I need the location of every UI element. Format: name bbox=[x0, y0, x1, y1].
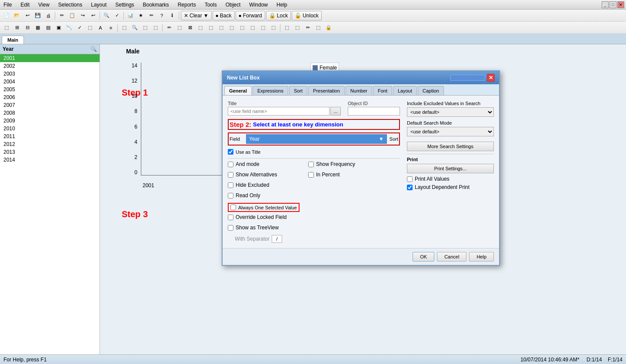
redo2-button[interactable]: ↩ bbox=[88, 11, 98, 20]
menu-help[interactable]: Help bbox=[275, 1, 289, 9]
bookmark2-button[interactable]: ✏ bbox=[147, 11, 156, 20]
menu-tools[interactable]: Tools bbox=[203, 1, 219, 9]
title-browse-button[interactable]: ... bbox=[330, 107, 341, 116]
with-separator-input[interactable] bbox=[272, 235, 282, 243]
tb2-4[interactable]: ▦ bbox=[33, 23, 43, 33]
sidebar-item-2014[interactable]: 2014 bbox=[0, 156, 100, 164]
clear-button[interactable]: ✕ Clear ▼ bbox=[181, 11, 212, 20]
tb2-5[interactable]: ▤ bbox=[43, 23, 53, 33]
dialog-tab-expressions[interactable]: Expressions bbox=[253, 86, 288, 95]
tb2-24[interactable]: ⬚ bbox=[248, 23, 257, 33]
sidebar-item-2004[interactable]: 2004 bbox=[0, 78, 100, 86]
tb2-28[interactable]: ⬚ bbox=[293, 23, 302, 33]
print-settings-button[interactable]: Print Settings... bbox=[407, 164, 494, 173]
show-alternatives-checkbox[interactable] bbox=[228, 172, 233, 178]
print-all-values-checkbox[interactable] bbox=[407, 176, 413, 182]
show-treeview-checkbox[interactable] bbox=[228, 225, 233, 231]
tb2-30[interactable]: ⬚ bbox=[313, 23, 323, 33]
lock-button[interactable]: 🔒 Lock bbox=[266, 11, 291, 20]
sidebar-item-2011[interactable]: 2011 bbox=[0, 132, 100, 140]
dialog-tab-presentation[interactable]: Presentation bbox=[308, 86, 345, 95]
in-percent-checkbox[interactable] bbox=[308, 172, 314, 178]
title-input[interactable] bbox=[228, 107, 330, 116]
tb2-12[interactable]: ⬚ bbox=[120, 23, 129, 33]
edit2-button[interactable]: 📋 bbox=[67, 11, 77, 20]
menu-window[interactable]: Window bbox=[247, 1, 270, 9]
menu-object[interactable]: Object bbox=[224, 1, 243, 9]
dialog-close-button[interactable]: ✕ bbox=[487, 74, 495, 82]
sidebar-item-2008[interactable]: 2008 bbox=[0, 109, 100, 117]
dialog-tab-font[interactable]: Font bbox=[373, 86, 392, 95]
ok-button[interactable]: OK bbox=[413, 252, 434, 261]
menu-view[interactable]: View bbox=[37, 1, 51, 9]
tb2-31[interactable]: 🔒 bbox=[324, 23, 333, 33]
sidebar-item-2013[interactable]: 2013 bbox=[0, 148, 100, 156]
sidebar-item-2012[interactable]: 2012 bbox=[0, 140, 100, 148]
sidebar-item-2003[interactable]: 2003 bbox=[0, 70, 100, 78]
sidebar-item-2010[interactable]: 2010 bbox=[0, 125, 100, 132]
and-mode-checkbox[interactable] bbox=[228, 162, 233, 167]
dialog-tab-sort[interactable]: Sort bbox=[289, 86, 307, 95]
use-as-title-checkbox[interactable] bbox=[228, 149, 233, 155]
bookmark-button[interactable]: ★ bbox=[136, 11, 146, 20]
sidebar-item-2005[interactable]: 2005 bbox=[0, 86, 100, 93]
tb2-18[interactable]: ⊠ bbox=[185, 23, 195, 33]
sidebar-item-2002[interactable]: 2002 bbox=[0, 62, 100, 70]
more-search-settings-button[interactable]: More Search Settings bbox=[407, 142, 494, 151]
tb2-20[interactable]: ⬚ bbox=[206, 23, 216, 33]
tb2-14[interactable]: ⬚ bbox=[140, 23, 150, 33]
forward-button[interactable]: ● Forward bbox=[236, 11, 265, 20]
back-button[interactable]: ● Back bbox=[213, 11, 235, 20]
read-only-checkbox[interactable] bbox=[228, 193, 233, 199]
include-excluded-select[interactable]: <use default> bbox=[407, 107, 494, 117]
tb2-23[interactable]: ⬚ bbox=[237, 23, 247, 33]
sidebar-item-2009[interactable]: 2009 bbox=[0, 117, 100, 125]
window-controls[interactable]: _ □ ✕ bbox=[602, 1, 624, 8]
minimize-button[interactable]: _ bbox=[602, 1, 609, 8]
dialog-tab-caption[interactable]: Caption bbox=[418, 86, 444, 95]
save-button[interactable]: 💾 bbox=[33, 11, 43, 20]
always-one-selected-checkbox[interactable] bbox=[230, 205, 236, 210]
new-button[interactable]: 📄 bbox=[2, 11, 11, 20]
maximize-button[interactable]: □ bbox=[609, 1, 616, 8]
tb2-6[interactable]: ▣ bbox=[54, 23, 63, 33]
close-button[interactable]: ✕ bbox=[617, 1, 624, 8]
tb2-27[interactable]: ⬚ bbox=[282, 23, 292, 33]
check-button[interactable]: ✓ bbox=[112, 11, 122, 20]
tb2-19[interactable]: ⬚ bbox=[196, 23, 205, 33]
tb2-21[interactable]: ⬚ bbox=[216, 23, 226, 33]
hide-excluded-checkbox[interactable] bbox=[228, 182, 233, 188]
menu-file[interactable]: File bbox=[2, 1, 13, 9]
sidebar-item-2006[interactable]: 2006 bbox=[0, 93, 100, 101]
tb2-10[interactable]: A bbox=[96, 23, 105, 33]
tb2-3[interactable]: ⊟ bbox=[23, 23, 32, 33]
dialog-tab-general[interactable]: General bbox=[224, 86, 252, 95]
tb2-13[interactable]: 🔍 bbox=[130, 23, 140, 33]
edit-button[interactable]: ✏ bbox=[57, 11, 67, 20]
tb2-16[interactable]: ✏ bbox=[164, 23, 174, 33]
dialog-tab-number[interactable]: Number bbox=[346, 86, 372, 95]
override-locked-checkbox[interactable] bbox=[228, 215, 233, 220]
menu-selections[interactable]: Selections bbox=[57, 1, 84, 9]
dialog-tab-layout[interactable]: Layout bbox=[393, 86, 417, 95]
tb2-25[interactable]: ⬚ bbox=[258, 23, 268, 33]
tb2-11[interactable]: ≡ bbox=[106, 23, 116, 33]
tb2-15[interactable]: ⬚ bbox=[151, 23, 160, 33]
tb2-29[interactable]: ✏ bbox=[303, 23, 313, 33]
menu-items[interactable]: File Edit View Selections Layout Setting… bbox=[2, 1, 289, 9]
menu-settings[interactable]: Settings bbox=[113, 1, 136, 9]
search-button[interactable]: 🔍 bbox=[102, 11, 111, 20]
tb2-22[interactable]: ⬚ bbox=[227, 23, 236, 33]
cancel-button[interactable]: Cancel bbox=[437, 252, 466, 261]
chart-button[interactable]: 📊 bbox=[126, 11, 135, 20]
sidebar-search-icon[interactable]: 🔍 bbox=[90, 46, 97, 52]
tab-main[interactable]: Main bbox=[2, 36, 24, 44]
tb2-26[interactable]: ⬚ bbox=[269, 23, 278, 33]
sidebar-item-2001[interactable]: 2001 bbox=[0, 54, 100, 62]
menu-reports[interactable]: Reports bbox=[176, 1, 198, 9]
info-button[interactable]: ℹ bbox=[167, 11, 177, 20]
field-dropdown[interactable]: Year ▼ bbox=[246, 134, 387, 144]
help-main-button[interactable]: ? bbox=[157, 11, 166, 20]
print-button[interactable]: 🖨 bbox=[43, 11, 53, 20]
undo-button[interactable]: ↩ bbox=[23, 11, 32, 20]
